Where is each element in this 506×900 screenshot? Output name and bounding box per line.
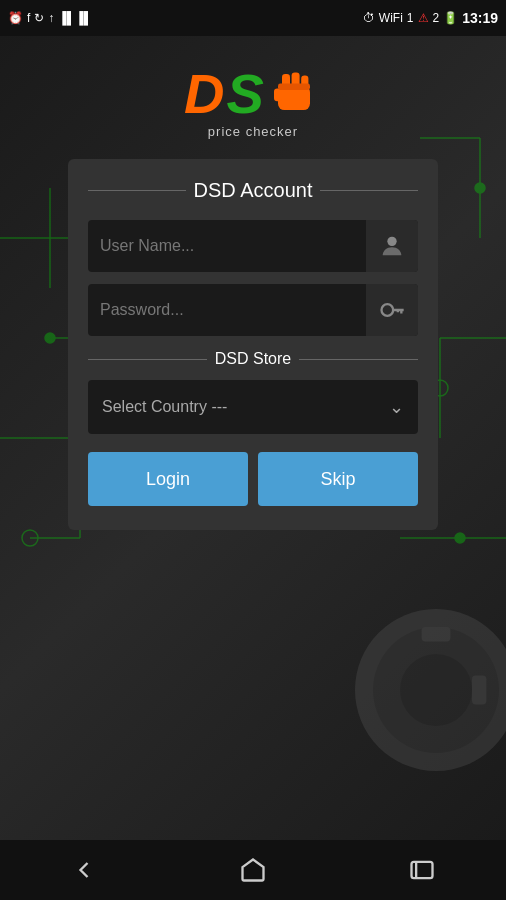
back-button[interactable] (70, 856, 98, 884)
dual-sim-icon: 2 (433, 11, 440, 25)
battery-icon: 🔋 (443, 11, 458, 25)
card-title-row: DSD Account (88, 179, 418, 202)
logo-text: D S (184, 66, 322, 122)
svg-rect-29 (278, 84, 310, 90)
status-right-icons: ⏱ WiFi 1 ⚠ 2 🔋 13:19 (363, 10, 498, 26)
svg-point-30 (387, 237, 396, 246)
logo-letter-d: D (184, 66, 224, 122)
alert-icon: ⚠ (418, 11, 429, 25)
svg-point-31 (382, 304, 394, 316)
sync-icon: ↻ (34, 11, 44, 25)
facebook-icon: f (27, 11, 30, 25)
store-divider-left (88, 359, 207, 360)
fist-icon (266, 66, 322, 122)
title-divider-right (320, 190, 418, 191)
svg-rect-35 (411, 862, 432, 878)
login-button[interactable]: Login (88, 452, 248, 506)
key-icon-box (366, 284, 418, 336)
sim-icon: 1 (407, 11, 414, 25)
scanner-graphic (346, 600, 506, 780)
svg-point-21 (400, 654, 472, 726)
password-input-row (88, 284, 418, 336)
recents-button[interactable] (408, 856, 436, 884)
user-icon-box (366, 220, 418, 272)
chevron-down-icon: ⌄ (389, 396, 404, 418)
clock-icon: ⏱ (363, 11, 375, 25)
title-divider-left (88, 190, 186, 191)
status-left-icons: ⏰ f ↻ ↑ ▐▌▐▌ (8, 11, 92, 25)
wifi-icon: WiFi (379, 11, 403, 25)
svg-rect-28 (274, 88, 282, 101)
bars-icon: ▐▌▐▌ (58, 11, 92, 25)
key-icon (378, 296, 406, 324)
main-content: D S price checker DSD Account (0, 36, 506, 530)
logo-area: D S price checker (184, 66, 322, 139)
home-button[interactable] (239, 856, 267, 884)
card-title: DSD Account (194, 179, 313, 202)
skip-button[interactable]: Skip (258, 452, 418, 506)
store-title-row: DSD Store (88, 350, 418, 368)
svg-rect-23 (472, 676, 486, 705)
username-input[interactable] (88, 223, 366, 269)
username-input-row (88, 220, 418, 272)
nav-bar (0, 840, 506, 900)
logo-letter-s: S (227, 66, 264, 122)
password-input[interactable] (88, 287, 366, 333)
store-divider-right (299, 359, 418, 360)
status-bar: ⏰ f ↻ ↑ ▐▌▐▌ ⏱ WiFi 1 ⚠ 2 🔋 13:19 (0, 0, 506, 36)
button-row: Login Skip (88, 452, 418, 506)
country-dropdown[interactable]: Select Country --- ⌄ (88, 380, 418, 434)
store-title: DSD Store (215, 350, 291, 368)
svg-rect-22 (422, 627, 451, 641)
country-dropdown-label: Select Country --- (102, 398, 389, 416)
alarm-icon: ⏰ (8, 11, 23, 25)
login-card: DSD Account (68, 159, 438, 530)
upload-icon: ↑ (48, 11, 54, 25)
svg-point-18 (455, 533, 465, 543)
logo-subtitle: price checker (208, 124, 298, 139)
user-icon (378, 232, 406, 260)
time-display: 13:19 (462, 10, 498, 26)
